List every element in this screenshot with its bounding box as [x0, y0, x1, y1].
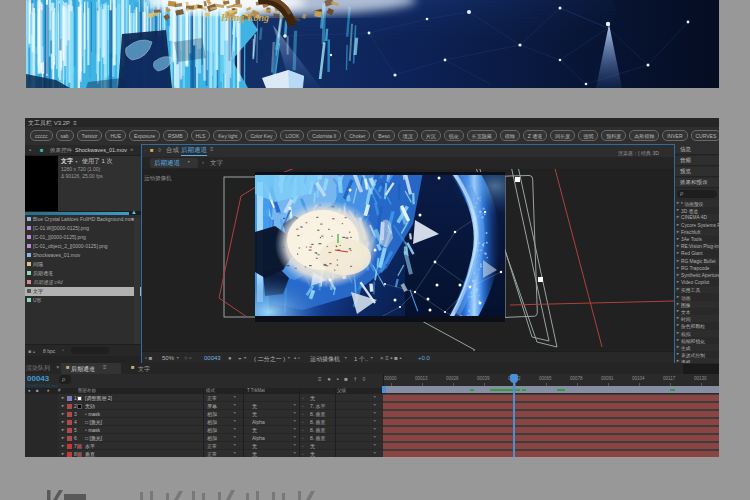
svg-text:Hong Kong: Hong Kong	[220, 12, 269, 23]
